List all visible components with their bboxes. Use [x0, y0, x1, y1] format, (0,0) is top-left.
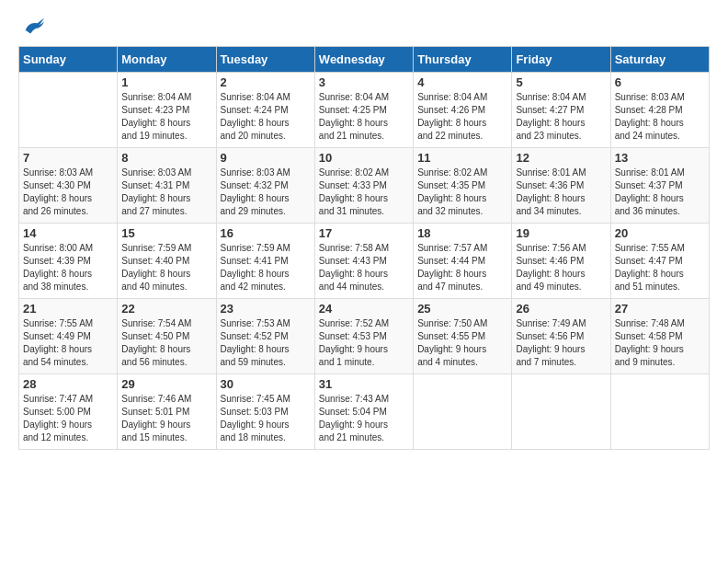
day-number: 29	[121, 377, 211, 391]
day-info: Sunrise: 8:04 AM Sunset: 4:24 PM Dayligh…	[221, 91, 311, 143]
weekday-header: Monday	[118, 47, 216, 73]
calendar-header-row: SundayMondayTuesdayWednesdayThursdayFrid…	[19, 47, 710, 73]
day-info: Sunrise: 7:52 AM Sunset: 4:53 PM Dayligh…	[319, 317, 409, 369]
calendar-day-cell: 21Sunrise: 7:55 AM Sunset: 4:49 PM Dayli…	[19, 299, 118, 374]
day-info: Sunrise: 8:03 AM Sunset: 4:30 PM Dayligh…	[23, 167, 113, 218]
weekday-header: Friday	[512, 47, 610, 73]
calendar-day-cell: 31Sunrise: 7:43 AM Sunset: 5:04 PM Dayli…	[314, 374, 413, 450]
calendar-day-cell: 2Sunrise: 8:04 AM Sunset: 4:24 PM Daylig…	[216, 73, 314, 148]
day-number: 14	[23, 226, 113, 240]
calendar-day-cell: 11Sunrise: 8:02 AM Sunset: 4:35 PM Dayli…	[414, 148, 512, 224]
page-container: SundayMondayTuesdayWednesdayThursdayFrid…	[0, 0, 728, 459]
calendar-day-cell: 13Sunrise: 8:01 AM Sunset: 4:37 PM Dayli…	[610, 148, 709, 224]
day-number: 13	[615, 151, 705, 165]
day-info: Sunrise: 8:01 AM Sunset: 4:36 PM Dayligh…	[516, 167, 606, 218]
calendar-day-cell: 1Sunrise: 8:04 AM Sunset: 4:23 PM Daylig…	[118, 73, 216, 148]
day-number: 31	[319, 377, 409, 391]
day-info: Sunrise: 7:55 AM Sunset: 4:49 PM Dayligh…	[23, 317, 113, 369]
calendar-week-row: 1Sunrise: 8:04 AM Sunset: 4:23 PM Daylig…	[19, 73, 710, 148]
calendar-day-cell: 16Sunrise: 7:59 AM Sunset: 4:41 PM Dayli…	[216, 224, 314, 299]
day-number: 12	[516, 151, 606, 165]
calendar-day-cell: 29Sunrise: 7:46 AM Sunset: 5:01 PM Dayli…	[118, 374, 216, 450]
logo-bird-icon	[20, 15, 46, 40]
day-info: Sunrise: 8:00 AM Sunset: 4:39 PM Dayligh…	[23, 242, 113, 293]
calendar-day-cell: 9Sunrise: 8:03 AM Sunset: 4:32 PM Daylig…	[216, 148, 314, 224]
day-number: 21	[23, 302, 113, 316]
calendar-day-cell: 22Sunrise: 7:54 AM Sunset: 4:50 PM Dayli…	[118, 299, 216, 374]
day-number: 27	[615, 302, 705, 316]
calendar-day-cell: 4Sunrise: 8:04 AM Sunset: 4:26 PM Daylig…	[414, 73, 512, 148]
day-info: Sunrise: 7:43 AM Sunset: 5:04 PM Dayligh…	[319, 393, 409, 444]
day-info: Sunrise: 8:03 AM Sunset: 4:32 PM Dayligh…	[221, 167, 311, 218]
calendar-day-cell: 10Sunrise: 8:02 AM Sunset: 4:33 PM Dayli…	[314, 148, 413, 224]
calendar-day-cell: 26Sunrise: 7:49 AM Sunset: 4:56 PM Dayli…	[512, 299, 610, 374]
day-number: 10	[319, 151, 409, 165]
calendar-day-cell: 15Sunrise: 7:59 AM Sunset: 4:40 PM Dayli…	[118, 224, 216, 299]
logo	[18, 15, 46, 37]
weekday-header: Saturday	[610, 47, 709, 73]
day-info: Sunrise: 7:49 AM Sunset: 4:56 PM Dayligh…	[516, 317, 606, 369]
day-number: 24	[319, 302, 409, 316]
day-number: 18	[417, 226, 507, 240]
day-number: 6	[615, 75, 705, 89]
day-info: Sunrise: 8:01 AM Sunset: 4:37 PM Dayligh…	[615, 167, 705, 218]
calendar-day-cell: 12Sunrise: 8:01 AM Sunset: 4:36 PM Dayli…	[512, 148, 610, 224]
day-number: 9	[221, 151, 311, 165]
day-info: Sunrise: 7:45 AM Sunset: 5:03 PM Dayligh…	[221, 393, 311, 444]
day-number: 5	[516, 75, 606, 89]
day-info: Sunrise: 7:58 AM Sunset: 4:43 PM Dayligh…	[319, 242, 409, 293]
calendar-day-cell	[19, 73, 118, 148]
day-info: Sunrise: 8:04 AM Sunset: 4:27 PM Dayligh…	[516, 91, 606, 143]
day-number: 11	[417, 151, 507, 165]
calendar-day-cell: 19Sunrise: 7:56 AM Sunset: 4:46 PM Dayli…	[512, 224, 610, 299]
day-info: Sunrise: 7:47 AM Sunset: 5:00 PM Dayligh…	[23, 393, 113, 444]
day-info: Sunrise: 7:59 AM Sunset: 4:40 PM Dayligh…	[121, 242, 211, 293]
day-info: Sunrise: 7:54 AM Sunset: 4:50 PM Dayligh…	[121, 317, 211, 369]
day-number: 4	[417, 75, 507, 89]
calendar-week-row: 21Sunrise: 7:55 AM Sunset: 4:49 PM Dayli…	[19, 299, 710, 374]
calendar-day-cell	[610, 374, 709, 450]
day-info: Sunrise: 7:55 AM Sunset: 4:47 PM Dayligh…	[615, 242, 705, 293]
day-number: 23	[221, 302, 311, 316]
page-header	[18, 15, 710, 37]
calendar-day-cell: 27Sunrise: 7:48 AM Sunset: 4:58 PM Dayli…	[610, 299, 709, 374]
day-info: Sunrise: 8:02 AM Sunset: 4:33 PM Dayligh…	[319, 167, 409, 218]
day-number: 1	[121, 75, 211, 89]
day-info: Sunrise: 8:03 AM Sunset: 4:31 PM Dayligh…	[121, 167, 211, 218]
calendar-day-cell: 14Sunrise: 8:00 AM Sunset: 4:39 PM Dayli…	[19, 224, 118, 299]
day-info: Sunrise: 7:59 AM Sunset: 4:41 PM Dayligh…	[221, 242, 311, 293]
calendar-day-cell: 30Sunrise: 7:45 AM Sunset: 5:03 PM Dayli…	[216, 374, 314, 450]
day-info: Sunrise: 7:56 AM Sunset: 4:46 PM Dayligh…	[516, 242, 606, 293]
day-number: 15	[121, 226, 211, 240]
calendar-day-cell: 24Sunrise: 7:52 AM Sunset: 4:53 PM Dayli…	[314, 299, 413, 374]
day-info: Sunrise: 7:46 AM Sunset: 5:01 PM Dayligh…	[121, 393, 211, 444]
day-info: Sunrise: 7:53 AM Sunset: 4:52 PM Dayligh…	[221, 317, 311, 369]
day-info: Sunrise: 8:04 AM Sunset: 4:23 PM Dayligh…	[121, 91, 211, 143]
day-number: 30	[221, 377, 311, 391]
weekday-header: Wednesday	[314, 47, 413, 73]
calendar-day-cell: 17Sunrise: 7:58 AM Sunset: 4:43 PM Dayli…	[314, 224, 413, 299]
weekday-header: Sunday	[19, 47, 118, 73]
calendar-week-row: 7Sunrise: 8:03 AM Sunset: 4:30 PM Daylig…	[19, 148, 710, 224]
day-info: Sunrise: 7:57 AM Sunset: 4:44 PM Dayligh…	[417, 242, 507, 293]
day-number: 8	[121, 151, 211, 165]
calendar-day-cell	[512, 374, 610, 450]
day-number: 28	[23, 377, 113, 391]
day-info: Sunrise: 8:04 AM Sunset: 4:25 PM Dayligh…	[319, 91, 409, 143]
day-number: 2	[221, 75, 311, 89]
calendar-day-cell: 25Sunrise: 7:50 AM Sunset: 4:55 PM Dayli…	[414, 299, 512, 374]
day-number: 19	[516, 226, 606, 240]
day-number: 22	[121, 302, 211, 316]
day-info: Sunrise: 8:03 AM Sunset: 4:28 PM Dayligh…	[615, 91, 705, 143]
day-number: 7	[23, 151, 113, 165]
calendar-week-row: 14Sunrise: 8:00 AM Sunset: 4:39 PM Dayli…	[19, 224, 710, 299]
day-number: 26	[516, 302, 606, 316]
calendar-day-cell: 28Sunrise: 7:47 AM Sunset: 5:00 PM Dayli…	[19, 374, 118, 450]
calendar-day-cell: 18Sunrise: 7:57 AM Sunset: 4:44 PM Dayli…	[414, 224, 512, 299]
day-info: Sunrise: 7:50 AM Sunset: 4:55 PM Dayligh…	[417, 317, 507, 369]
calendar-day-cell	[414, 374, 512, 450]
calendar-day-cell: 3Sunrise: 8:04 AM Sunset: 4:25 PM Daylig…	[314, 73, 413, 148]
weekday-header: Thursday	[414, 47, 512, 73]
calendar-day-cell: 6Sunrise: 8:03 AM Sunset: 4:28 PM Daylig…	[610, 73, 709, 148]
calendar-day-cell: 5Sunrise: 8:04 AM Sunset: 4:27 PM Daylig…	[512, 73, 610, 148]
